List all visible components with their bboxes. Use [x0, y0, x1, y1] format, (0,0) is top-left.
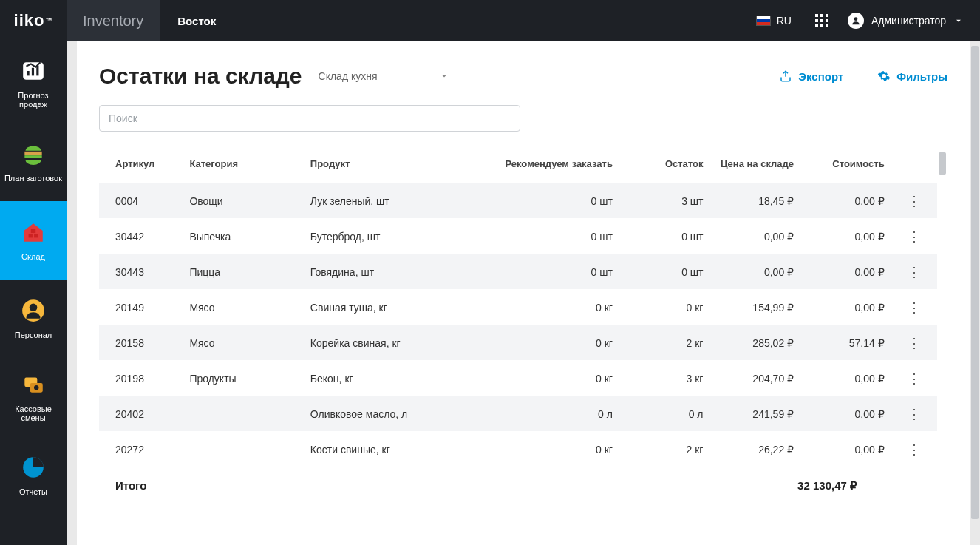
- row-menu-icon[interactable]: ⋮: [908, 336, 921, 351]
- table-row[interactable]: 20149МясоСвиная туша, кг0 кг0 кг154,99 ₽…: [99, 290, 937, 325]
- person-icon: [21, 298, 46, 323]
- search-input[interactable]: [99, 105, 520, 132]
- cell-product: Бутерброд, шт: [303, 219, 491, 254]
- cell-price: 0,00 ₽: [710, 219, 801, 254]
- sidebar-item-prep-plan[interactable]: План заготовок: [0, 123, 67, 201]
- table-scrollbar[interactable]: [937, 148, 947, 538]
- table-header-row: Артикул Категория Продукт Рекомендуем за…: [99, 148, 937, 183]
- cell-sku: 20272: [99, 432, 182, 467]
- app-title: Inventory: [67, 0, 160, 41]
- cell-product: Лук зеленый, шт: [303, 183, 491, 219]
- table-row[interactable]: 0004ОвощиЛук зеленый, шт0 шт3 шт18,45 ₽0…: [99, 183, 937, 219]
- apps-menu-icon[interactable]: [815, 14, 828, 27]
- svg-rect-6: [24, 155, 41, 158]
- sidebar-item-shifts[interactable]: Кассовые смены: [0, 358, 67, 436]
- user-menu[interactable]: Администратор: [840, 13, 980, 29]
- filters-label: Фильтры: [896, 70, 947, 83]
- cell-product: Кости свиные, кг: [303, 432, 491, 467]
- th-recommend[interactable]: Рекомендуем заказать: [491, 148, 620, 183]
- cell-product: Свиная туша, кг: [303, 290, 491, 325]
- total-row: Итого 32 130,47 ₽: [99, 467, 937, 504]
- avatar-icon: [848, 13, 864, 29]
- cell-category: [182, 396, 302, 432]
- table-row[interactable]: 20402Оливковое масло, л0 л0 л241,59 ₽0,0…: [99, 396, 937, 432]
- logo-text: iiko: [14, 11, 45, 30]
- th-balance[interactable]: Остаток: [620, 148, 711, 183]
- cell-product: Корейка свиная, кг: [303, 325, 491, 361]
- cell-category: Выпечка: [182, 219, 302, 254]
- cell-price: 285,02 ₽: [710, 325, 801, 361]
- cell-product: Бекон, кг: [303, 361, 491, 396]
- row-menu-icon[interactable]: ⋮: [908, 371, 921, 386]
- row-menu-icon[interactable]: ⋮: [908, 442, 921, 457]
- sidebar-item-forecast[interactable]: Прогноз продаж: [0, 44, 67, 123]
- sidebar-item-staff[interactable]: Персонал: [0, 280, 67, 358]
- cell-category: [182, 432, 302, 467]
- svg-point-0: [854, 17, 858, 21]
- cell-price: 26,22 ₽: [710, 432, 801, 467]
- th-cost[interactable]: Стоимость: [801, 148, 892, 183]
- sidebar-item-label: План заготовок: [4, 174, 62, 183]
- cell-balance: 0 шт: [620, 254, 711, 290]
- table-row[interactable]: 20272Кости свиные, кг0 кг2 кг26,22 ₽0,00…: [99, 432, 937, 467]
- sidebar-item-warehouse[interactable]: Склад: [0, 201, 67, 280]
- cell-price: 154,99 ₽: [710, 290, 801, 325]
- table-row[interactable]: 20198ПродуктыБекон, кг0 кг3 кг204,70 ₽0,…: [99, 361, 937, 396]
- cell-sku: 20158: [99, 325, 182, 361]
- cell-sku: 20149: [99, 290, 182, 325]
- cell-cost: 0,00 ₽: [801, 290, 892, 325]
- warehouse-select[interactable]: Склад кухня: [317, 65, 450, 87]
- cell-recommend: 0 кг: [491, 290, 620, 325]
- row-menu-icon[interactable]: ⋮: [908, 265, 921, 280]
- sidebar-scrollbar[interactable]: [67, 41, 77, 545]
- cell-balance: 0 л: [620, 396, 711, 432]
- row-menu-icon[interactable]: ⋮: [908, 300, 921, 315]
- table-row[interactable]: 20158МясоКорейка свиная, кг0 кг2 кг285,0…: [99, 325, 937, 361]
- th-product[interactable]: Продукт: [303, 148, 491, 183]
- location-name[interactable]: Восток: [160, 15, 234, 27]
- svg-rect-7: [29, 234, 33, 237]
- lang-code: RU: [777, 15, 792, 27]
- language-selector[interactable]: RU: [744, 15, 803, 27]
- svg-rect-5: [24, 152, 41, 155]
- cell-cost: 0,00 ₽: [801, 183, 892, 219]
- cell-cost: 0,00 ₽: [801, 254, 892, 290]
- cell-cost: 0,00 ₽: [801, 432, 892, 467]
- cell-price: 204,70 ₽: [710, 361, 801, 396]
- table-row[interactable]: 30443ПиццаГовядина, шт0 шт0 шт0,00 ₽0,00…: [99, 254, 937, 290]
- inventory-table: Артикул Категория Продукт Рекомендуем за…: [99, 148, 937, 467]
- cell-price: 241,59 ₽: [710, 396, 801, 432]
- warehouse-value: Склад кухня: [319, 70, 378, 82]
- table-row[interactable]: 30442ВыпечкаБутерброд, шт0 шт0 шт0,00 ₽0…: [99, 219, 937, 254]
- sidebar-item-label: Прогноз продаж: [3, 91, 64, 109]
- cashbox-icon: [21, 372, 46, 397]
- cell-product: Оливковое масло, л: [303, 396, 491, 432]
- page-title: Остатки на складе: [99, 64, 302, 89]
- row-menu-icon[interactable]: ⋮: [908, 194, 921, 209]
- sidebar-item-label: Персонал: [15, 331, 52, 339]
- svg-rect-8: [34, 234, 38, 237]
- cell-sku: 0004: [99, 183, 182, 219]
- app-header: iiko™ Inventory Восток RU Администратор: [0, 0, 980, 41]
- sidebar-item-label: Кассовые смены: [3, 404, 64, 422]
- sidebar-item-reports[interactable]: Отчеты: [0, 436, 67, 515]
- cell-recommend: 0 л: [491, 396, 620, 432]
- cell-category: Овощи: [182, 183, 302, 219]
- export-button[interactable]: Экспорт: [779, 70, 843, 83]
- page-scrollbar[interactable]: [970, 41, 980, 545]
- cell-balance: 0 шт: [620, 219, 711, 254]
- th-price[interactable]: Цена на складе: [710, 148, 801, 183]
- row-menu-icon[interactable]: ⋮: [908, 229, 921, 244]
- cell-balance: 0 кг: [620, 290, 711, 325]
- cell-category: Мясо: [182, 325, 302, 361]
- warehouse-icon: [21, 220, 46, 245]
- cell-recommend: 0 кг: [491, 361, 620, 396]
- filters-button[interactable]: Фильтры: [877, 70, 947, 83]
- svg-rect-2: [27, 71, 30, 75]
- row-menu-icon[interactable]: ⋮: [908, 407, 921, 422]
- cell-balance: 2 кг: [620, 432, 711, 467]
- th-sku[interactable]: Артикул: [99, 148, 182, 183]
- cell-recommend: 0 шт: [491, 183, 620, 219]
- cell-recommend: 0 кг: [491, 325, 620, 361]
- th-category[interactable]: Категория: [182, 148, 302, 183]
